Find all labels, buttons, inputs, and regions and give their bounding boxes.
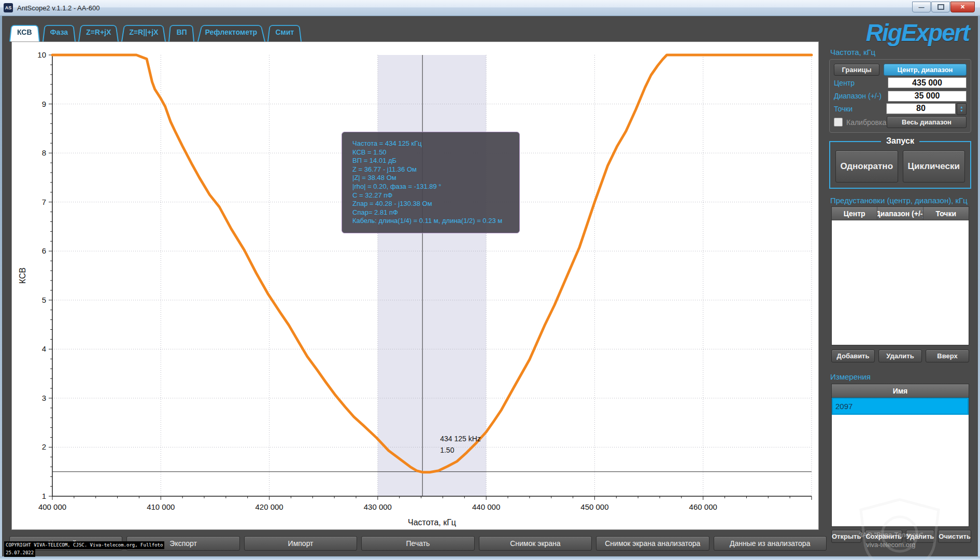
x-tick-label: 440 000	[472, 502, 500, 511]
x-axis-title: Частота, кГц	[408, 518, 456, 527]
measurements-button-открыть[interactable]: Открыть	[831, 530, 861, 543]
presets-section-label: Предустановки (центр, диапазон), кГц	[830, 196, 968, 205]
measurements-section-label: Измерения	[830, 372, 871, 381]
tab-ВП[interactable]: ВП	[168, 23, 194, 41]
calibration-label: Калибровка	[846, 118, 886, 127]
tab-Фаза[interactable]: Фаза	[42, 23, 76, 41]
cursor-annotation: 1.50	[440, 446, 454, 454]
run-group: Запуск ОднократноЦиклически	[829, 141, 971, 189]
presets-button-добавить[interactable]: Добавить	[831, 349, 875, 362]
tab-label: ВП	[176, 28, 187, 36]
presets-column-header: Центр	[832, 207, 877, 220]
spinner-up-icon: ▲	[960, 105, 963, 109]
tab-Рефлектометр[interactable]: Рефлектометр	[197, 23, 265, 41]
x-tick-label: 430 000	[364, 502, 392, 511]
tab-Смит[interactable]: Смит	[267, 23, 302, 41]
spinner-down-icon: ▼	[960, 109, 963, 113]
tab-label: Рефлектометр	[205, 28, 258, 36]
measurements-table-body[interactable]: 2097	[832, 398, 969, 526]
y-tick-label: 4	[42, 344, 46, 353]
toolbar-button-снимок-экрана-анализатора[interactable]: Снимок экрана анализатора	[596, 536, 709, 551]
calibration-checkbox[interactable]	[834, 118, 843, 127]
y-axis-title: КСВ	[18, 268, 27, 284]
window-border-left	[0, 16, 2, 560]
window-border-bottom	[0, 556, 980, 560]
x-tick-label: 450 000	[580, 502, 608, 511]
toolbar-button-снимок-экрана[interactable]: Снимок экрана	[479, 536, 592, 551]
rigexpert-logo: RigExpert	[866, 21, 969, 45]
measurements-button-удалить[interactable]: Удалить	[906, 530, 934, 543]
y-tick-label: 9	[42, 100, 46, 108]
y-tick-label: 8	[42, 148, 46, 157]
measurements-button-очистить[interactable]: Очистить	[938, 530, 971, 543]
cursor-annotation: 434 125 kHz	[440, 435, 481, 443]
center-input[interactable]	[888, 77, 967, 88]
center-span-mode-button[interactable]: Центр, диапазон	[884, 64, 967, 76]
app-window: AS AntScope2 v.1.1.2 - AA-600 — ✕ КСВФаз…	[0, 0, 980, 560]
window-border-right	[978, 16, 980, 560]
sidebar: RigExpert Частота, кГц Границы Центр, ди…	[828, 17, 975, 557]
y-tick-label: 2	[42, 442, 46, 451]
points-input[interactable]	[886, 103, 956, 114]
tab-label: Фаза	[50, 28, 68, 36]
presets-column-header: Точки	[924, 207, 969, 220]
tab-bar: КСВФазаZ=R+jXZ=R||+jXВПРефлектометрСмит	[9, 23, 302, 41]
chart-panel: 400 000410 000420 000430 000440 000450 0…	[11, 41, 819, 530]
x-tick-label: 460 000	[689, 502, 717, 511]
tab-Z=R||+jX[interactable]: Z=R||+jX	[121, 23, 166, 41]
x-tick-label: 400 000	[38, 502, 66, 511]
copyright-watermark: COPYRIGHT VIVA-TELECOM, CJSC. Viva-telec…	[4, 541, 164, 557]
bounds-mode-button[interactable]: Границы	[834, 64, 879, 76]
center-label: Центр	[834, 79, 855, 87]
presets-button-вверх[interactable]: Вверх	[926, 349, 969, 362]
run-group-title: Запуск	[881, 136, 919, 146]
tab-label: Смит	[275, 28, 294, 36]
window-title: AntScope2 v.1.1.2 - AA-600	[17, 4, 100, 12]
y-tick-label: 5	[42, 296, 46, 304]
points-spinner[interactable]: ▲ ▼	[957, 103, 967, 115]
full-range-button[interactable]: Весь диапазон	[887, 116, 967, 128]
maximize-button[interactable]	[931, 2, 950, 12]
y-tick-label: 6	[42, 246, 46, 255]
measurements-table[interactable]: Имя 2097	[831, 384, 969, 527]
frequency-section-label: Частота, кГц	[830, 48, 875, 57]
tab-Z=R+jX[interactable]: Z=R+jX	[78, 23, 119, 41]
measurements-column-header: Имя	[832, 384, 969, 397]
y-tick-label: 3	[42, 394, 46, 402]
run-button-однократно[interactable]: Однократно	[835, 150, 898, 183]
tab-label: КСВ	[17, 28, 32, 36]
y-tick-label: 10	[37, 50, 46, 59]
presets-table[interactable]: ЦентрДиапазон (+/-)Точки	[831, 206, 969, 345]
presets-table-body[interactable]	[832, 220, 969, 345]
span-label: Диапазон (+/-)	[834, 92, 882, 100]
measurements-button-сохранить[interactable]: Сохранить	[865, 530, 902, 543]
presets-button-удалить[interactable]: Удалить	[878, 349, 922, 362]
toolbar-button-импорт[interactable]: Импорт	[244, 536, 357, 551]
minimize-button[interactable]: —	[912, 2, 931, 12]
frequency-settings-group: Границы Центр, диапазон Центр Диапазон (…	[829, 59, 971, 133]
tab-КСВ[interactable]: КСВ	[9, 23, 40, 41]
tab-label: Z=R+jX	[86, 28, 111, 36]
swr-chart[interactable]: 400 000410 000420 000430 000440 000450 0…	[12, 42, 818, 529]
app-icon: AS	[4, 3, 13, 12]
toolbar-button-печать[interactable]: Печать	[361, 536, 474, 551]
x-tick-label: 410 000	[147, 502, 175, 511]
tab-label: Z=R||+jX	[129, 28, 158, 36]
maximize-icon	[938, 4, 944, 10]
presets-column-header: Диапазон (+/-)	[877, 207, 923, 220]
close-button[interactable]: ✕	[950, 2, 975, 12]
title-bar: AS AntScope2 v.1.1.2 - AA-600 — ✕	[0, 0, 980, 16]
y-tick-label: 7	[42, 198, 46, 206]
span-input[interactable]	[888, 91, 967, 102]
x-tick-label: 420 000	[255, 502, 283, 511]
highlight-band	[378, 55, 486, 496]
points-label: Точки	[834, 105, 853, 113]
toolbar-button-данные-из-анализатора[interactable]: Данные из анализатора	[714, 536, 827, 551]
measurement-row[interactable]: 2097	[832, 398, 969, 415]
y-tick-label: 1	[42, 492, 46, 500]
run-button-циклически[interactable]: Циклически	[903, 150, 965, 183]
